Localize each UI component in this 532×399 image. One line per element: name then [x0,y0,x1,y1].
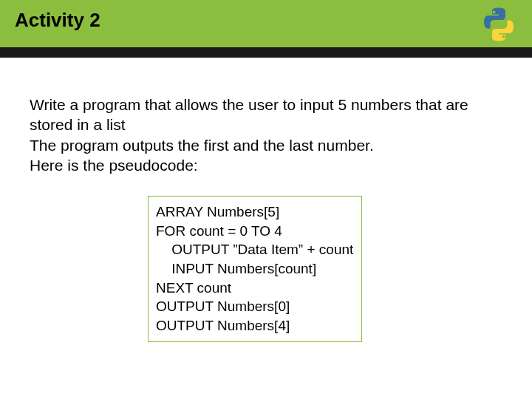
slide-content: Write a program that allows the user to … [0,58,532,342]
description-line-1: Write a program that allows the user to … [30,96,468,133]
slide-title: Activity 2 [15,9,517,32]
header-divider [0,47,532,58]
description-line-3: Here is the pseudocode: [30,157,198,174]
pseudocode-box: ARRAY Numbers[5] FOR count = 0 TO 4 OUTP… [148,196,362,341]
description-line-2: The program outputs the first and the la… [30,137,374,154]
activity-description: Write a program that allows the user to … [30,95,502,175]
python-logo [480,6,517,43]
slide-header: Activity 2 [0,0,532,47]
